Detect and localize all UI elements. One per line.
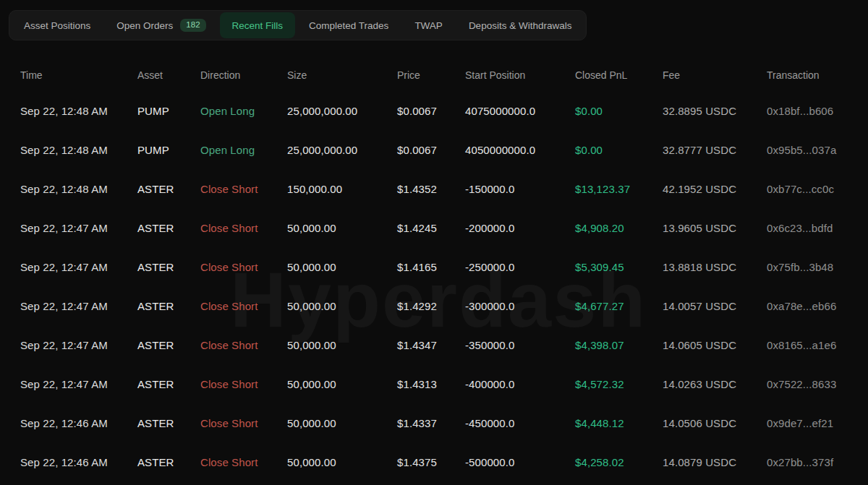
cell-start-position: -200000.0 (465, 222, 575, 234)
tab-asset-positions[interactable]: Asset Positions (12, 12, 103, 38)
cell-closed-pnl: $5,309.45 (575, 261, 663, 273)
fills-table: TimeAssetDirectionSizePriceStart Positio… (0, 59, 868, 481)
cell-transaction[interactable]: 0x27bb...373f (767, 456, 868, 468)
table-row[interactable]: Sep 22, 12:46 AM ASTER Close Short 50,00… (0, 403, 868, 442)
table-row[interactable]: Sep 22, 12:47 AM ASTER Close Short 50,00… (0, 247, 868, 286)
cell-price: $1.4337 (397, 417, 465, 429)
cell-price: $1.4313 (397, 378, 465, 390)
cell-start-position: -450000.0 (465, 417, 575, 429)
cell-transaction[interactable]: 0x9de7...ef21 (767, 417, 868, 429)
cell-time: Sep 22, 12:47 AM (20, 222, 137, 234)
table-row[interactable]: Sep 22, 12:47 AM ASTER Close Short 50,00… (0, 364, 868, 403)
table-header-row: TimeAssetDirectionSizePriceStart Positio… (0, 59, 868, 91)
cell-direction: Close Short (200, 378, 287, 390)
table-row[interactable]: Sep 22, 12:47 AM ASTER Close Short 50,00… (0, 208, 868, 247)
cell-size: 25,000,000.00 (287, 105, 397, 117)
cell-price: $1.4347 (397, 339, 465, 351)
cell-price: $1.4165 (397, 261, 465, 273)
cell-fee: 14.0263 USDC (663, 378, 767, 390)
cell-fee: 14.0879 USDC (663, 456, 767, 468)
cell-price: $1.4292 (397, 300, 465, 312)
cell-closed-pnl: $4,908.20 (575, 222, 663, 234)
column-header-size: Size (287, 69, 397, 81)
cell-size: 50,000.00 (287, 300, 397, 312)
cell-transaction[interactable]: 0x75fb...3b48 (767, 261, 868, 273)
cell-direction: Close Short (200, 417, 287, 429)
cell-time: Sep 22, 12:47 AM (20, 300, 137, 312)
cell-asset: ASTER (137, 456, 200, 468)
cell-start-position: 4075000000.0 (465, 105, 575, 117)
cell-fee: 13.8818 USDC (663, 261, 767, 273)
cell-time: Sep 22, 12:47 AM (20, 339, 137, 351)
cell-transaction[interactable]: 0x18bf...b606 (767, 105, 868, 117)
cell-price: $0.0067 (397, 144, 465, 156)
cell-closed-pnl: $13,123.37 (575, 183, 663, 195)
cell-time: Sep 22, 12:48 AM (20, 105, 137, 117)
cell-direction: Close Short (200, 339, 287, 351)
cell-price: $1.4352 (397, 183, 465, 195)
cell-closed-pnl: $4,448.12 (575, 417, 663, 429)
column-header-fee: Fee (663, 69, 767, 81)
cell-direction: Close Short (200, 456, 287, 468)
cell-size: 50,000.00 (287, 456, 397, 468)
cell-size: 150,000.00 (287, 183, 397, 195)
cell-start-position: -350000.0 (465, 339, 575, 351)
cell-closed-pnl: $0.00 (575, 144, 663, 156)
cell-asset: ASTER (137, 183, 200, 195)
cell-direction: Close Short (200, 183, 287, 195)
cell-direction: Open Long (200, 105, 287, 117)
table-row[interactable]: Sep 22, 12:48 AM PUMP Open Long 25,000,0… (0, 130, 868, 169)
cell-closed-pnl: $4,572.32 (575, 378, 663, 390)
tab-label: Deposits & Withdrawals (469, 20, 572, 31)
cell-size: 50,000.00 (287, 339, 397, 351)
cell-start-position: -400000.0 (465, 378, 575, 390)
cell-transaction[interactable]: 0x8165...a1e6 (767, 339, 868, 351)
cell-fee: 14.0506 USDC (663, 417, 767, 429)
cell-asset: ASTER (137, 339, 200, 351)
column-header-time: Time (20, 69, 137, 81)
cell-closed-pnl: $4,677.27 (575, 300, 663, 312)
recent-fills-page: Asset Positions Open Orders 182 Recent F… (0, 0, 868, 485)
cell-transaction[interactable]: 0x95b5...037a (767, 144, 868, 156)
tab-label: Completed Trades (309, 20, 388, 31)
cell-price: $1.4245 (397, 222, 465, 234)
tab-open-orders[interactable]: Open Orders 182 (104, 12, 218, 38)
cell-time: Sep 22, 12:47 AM (20, 378, 137, 390)
cell-transaction[interactable]: 0x7522...8633 (767, 378, 868, 390)
tab-label: Open Orders (116, 20, 173, 31)
cell-size: 50,000.00 (287, 261, 397, 273)
cell-asset: ASTER (137, 300, 200, 312)
cell-start-position: -500000.0 (465, 456, 575, 468)
cell-time: Sep 22, 12:48 AM (20, 144, 137, 156)
cell-size: 50,000.00 (287, 417, 397, 429)
tab-deposits-withdrawals[interactable]: Deposits & Withdrawals (456, 12, 584, 38)
table-row[interactable]: Sep 22, 12:46 AM ASTER Close Short 50,00… (0, 442, 868, 481)
cell-size: 50,000.00 (287, 222, 397, 234)
tab-completed-trades[interactable]: Completed Trades (297, 12, 401, 38)
cell-time: Sep 22, 12:48 AM (20, 183, 137, 195)
table-row[interactable]: Sep 22, 12:47 AM ASTER Close Short 50,00… (0, 286, 868, 325)
cell-asset: ASTER (137, 378, 200, 390)
cell-transaction[interactable]: 0xb77c...cc0c (767, 183, 868, 195)
table-row[interactable]: Sep 22, 12:48 AM PUMP Open Long 25,000,0… (0, 91, 868, 130)
cell-fee: 14.0057 USDC (663, 300, 767, 312)
cell-direction: Close Short (200, 222, 287, 234)
cell-asset: PUMP (137, 144, 200, 156)
cell-fee: 32.8777 USDC (663, 144, 767, 156)
tab-badge: 182 (180, 19, 205, 32)
cell-closed-pnl: $4,398.07 (575, 339, 663, 351)
cell-transaction[interactable]: 0xa78e...eb66 (767, 300, 868, 312)
cell-fee: 42.1952 USDC (663, 183, 767, 195)
cell-transaction[interactable]: 0x6c23...bdfd (767, 222, 868, 234)
table-row[interactable]: Sep 22, 12:47 AM ASTER Close Short 50,00… (0, 325, 868, 364)
table-row[interactable]: Sep 22, 12:48 AM ASTER Close Short 150,0… (0, 169, 868, 208)
cell-start-position: 4050000000.0 (465, 144, 575, 156)
table-body: Sep 22, 12:48 AM PUMP Open Long 25,000,0… (0, 91, 868, 481)
cell-start-position: -150000.0 (465, 183, 575, 195)
tab-twap[interactable]: TWAP (402, 12, 455, 38)
cell-size: 50,000.00 (287, 378, 397, 390)
tab-recent-fills[interactable]: Recent Fills (220, 12, 296, 38)
cell-asset: ASTER (137, 222, 200, 234)
cell-closed-pnl: $0.00 (575, 105, 663, 117)
cell-fee: 14.0605 USDC (663, 339, 767, 351)
